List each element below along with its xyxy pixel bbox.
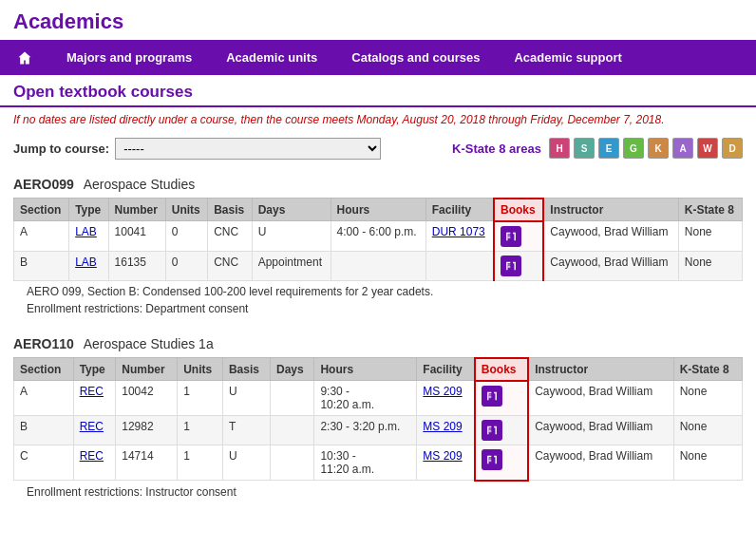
svg-rect-14	[488, 461, 491, 462]
cell-number: 10041	[108, 221, 165, 252]
k8-areas: K-State 8 areas H S E G K A W D	[452, 138, 743, 159]
col-basis: Basis	[222, 358, 270, 381]
books-icon-button[interactable]	[482, 420, 502, 441]
cell-days	[271, 445, 314, 481]
cell-kstate8: None	[678, 221, 742, 252]
section-title-bar: Open textbook courses	[0, 75, 756, 107]
course-code-aero110: AERO110	[13, 336, 74, 351]
k8-icon-0[interactable]: H	[549, 138, 570, 159]
course-table-aero099: Section Type Number Units Basis Days Hou…	[13, 198, 743, 281]
k8-icon-3[interactable]: G	[623, 138, 644, 159]
books-icon-button[interactable]	[501, 226, 521, 247]
cell-kstate8: None	[673, 381, 742, 416]
cell-number: 10042	[116, 381, 178, 416]
cell-books	[475, 445, 528, 481]
cell-number: 14714	[116, 445, 178, 481]
cell-units: 1	[178, 381, 223, 416]
col-type: Type	[69, 199, 108, 221]
col-instructor: Instructor	[543, 199, 678, 221]
nav-home-button[interactable]	[0, 40, 49, 75]
cell-type: LAB	[69, 221, 108, 252]
cell-basis: U	[222, 445, 270, 481]
info-text: If no dates are listed directly under a …	[0, 107, 756, 132]
svg-rect-4	[508, 266, 511, 267]
cell-facility: MS 209	[417, 445, 475, 481]
jump-row: Jump to course: ----- K-State 8 areas H …	[0, 132, 756, 169]
course-notes-aero110: Enrollment restrictions: Instructor cons…	[13, 482, 743, 508]
cell-books	[494, 221, 543, 252]
type-lab-link[interactable]: LAB	[75, 225, 97, 238]
k8-icon-5[interactable]: A	[672, 138, 693, 159]
cell-kstate8: None	[678, 251, 742, 280]
cell-units: 1	[178, 445, 223, 481]
k8-label: K-State 8 areas	[452, 142, 541, 156]
cell-facility: MS 209	[417, 416, 475, 445]
facility-link[interactable]: DUR 1073	[432, 225, 485, 238]
cell-units: 1	[178, 416, 223, 445]
cell-units: 0	[165, 221, 207, 252]
cell-facility: DUR 1073	[425, 221, 494, 252]
k8-icon-1[interactable]: S	[574, 138, 595, 159]
nav-majors[interactable]: Majors and programs	[49, 41, 209, 74]
cell-days: Appointment	[252, 251, 331, 280]
svg-rect-9	[488, 429, 491, 430]
svg-rect-13	[488, 460, 491, 461]
k8-icon-7[interactable]: D	[722, 138, 743, 159]
facility-link[interactable]: MS 209	[423, 385, 462, 398]
k8-icon-2[interactable]: E	[598, 138, 619, 159]
nav-catalogs[interactable]: Catalogs and courses	[334, 41, 497, 74]
cell-type: REC	[73, 445, 116, 481]
col-kstate8: K-State 8	[678, 199, 742, 221]
svg-rect-12	[488, 459, 491, 460]
cell-books	[494, 251, 543, 280]
nav-academic-units[interactable]: Academic units	[209, 41, 334, 74]
svg-rect-10	[488, 430, 491, 431]
cell-facility	[425, 251, 494, 280]
col-type: Type	[73, 358, 116, 381]
books-icon-button[interactable]	[482, 386, 502, 407]
col-facility: Facility	[425, 199, 494, 221]
books-icon-button[interactable]	[482, 449, 502, 470]
type-rec-link[interactable]: REC	[80, 449, 104, 463]
cell-books	[475, 416, 528, 445]
cell-hours: 9:30 -10:20 a.m.	[314, 381, 417, 416]
cell-section: A	[14, 221, 69, 252]
k8-icon-4[interactable]: K	[648, 138, 669, 159]
col-hours: Hours	[314, 358, 417, 381]
svg-rect-0	[508, 235, 511, 236]
col-number: Number	[116, 358, 178, 381]
type-lab-link[interactable]: LAB	[75, 256, 97, 269]
course-group-aero110: AERO110 Aerospace Studies 1a Section Typ…	[0, 329, 756, 512]
table-row: A REC 10042 1 U 9:30 -10:20 a.m. MS 209 …	[14, 381, 743, 416]
facility-link[interactable]: MS 209	[423, 449, 462, 463]
cell-days: U	[252, 221, 331, 252]
col-section: Section	[14, 199, 69, 221]
cell-section: C	[14, 445, 74, 481]
col-section: Section	[14, 358, 74, 381]
jump-select[interactable]: -----	[115, 138, 381, 160]
cell-type: LAB	[69, 251, 108, 280]
course-note-0: AERO 099, Section B: Condensed 100-200 l…	[27, 283, 729, 300]
svg-rect-2	[508, 237, 511, 238]
nav-support[interactable]: Academic support	[497, 41, 638, 74]
svg-rect-8	[488, 397, 491, 398]
course-notes-aero099: AERO 099, Section B: Condensed 100-200 l…	[13, 281, 743, 325]
type-rec-link[interactable]: REC	[80, 385, 104, 398]
cell-instructor: Caywood, Brad William	[543, 251, 678, 280]
cell-type: REC	[73, 416, 116, 445]
cell-hours: 2:30 - 3:20 p.m.	[314, 416, 417, 445]
books-icon-button[interactable]	[501, 256, 521, 276]
cell-number: 12982	[116, 416, 178, 445]
k8-icon-6[interactable]: W	[697, 138, 718, 159]
cell-basis: CNC	[208, 251, 252, 280]
cell-instructor: Caywood, Brad William	[543, 221, 678, 252]
svg-rect-3	[508, 264, 511, 265]
facility-link[interactable]: MS 209	[423, 420, 462, 433]
cell-number: 16135	[108, 251, 165, 280]
cell-units: 0	[165, 251, 207, 280]
col-facility: Facility	[417, 358, 475, 381]
col-books: Books	[475, 358, 528, 381]
course-group-aero099: AERO099 Aerospace Studies Section Type N…	[0, 169, 756, 329]
course-code-aero099: AERO099	[13, 177, 74, 192]
type-rec-link[interactable]: REC	[80, 420, 104, 433]
